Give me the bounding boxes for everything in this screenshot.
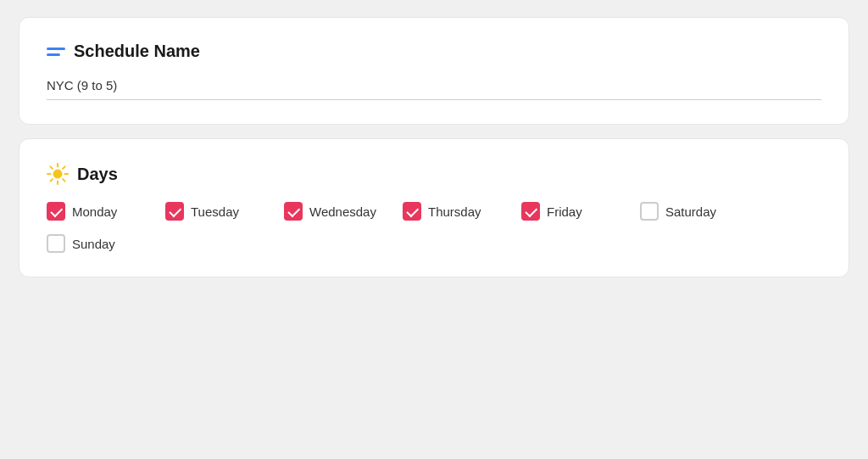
schedule-name-input[interactable]: [47, 78, 821, 100]
days-card: Days MondayTuesdayWednesdayThursdayFrida…: [19, 138, 849, 277]
schedule-title: Schedule Name: [74, 42, 200, 61]
day-item-monday[interactable]: Monday: [47, 202, 165, 221]
day-label-sunday: Sunday: [72, 237, 115, 251]
day-label-thursday: Thursday: [428, 204, 481, 219]
checkbox-monday[interactable]: [47, 202, 65, 221]
day-label-saturday: Saturday: [665, 204, 716, 219]
checkbox-friday[interactable]: [521, 202, 540, 221]
svg-point-0: [53, 170, 62, 178]
schedule-icon: [47, 48, 65, 56]
days-title: Days: [77, 165, 118, 184]
svg-line-6: [63, 179, 65, 182]
day-item-tuesday[interactable]: Tuesday: [165, 202, 284, 221]
checkbox-wednesday[interactable]: [284, 202, 303, 221]
day-label-monday: Monday: [72, 204, 117, 219]
svg-line-8: [50, 179, 53, 182]
svg-line-7: [63, 166, 65, 169]
schedule-icon-line-2: [47, 53, 60, 56]
checkbox-sunday[interactable]: [47, 234, 65, 253]
schedule-icon-line-1: [47, 48, 65, 50]
days-header: Days: [47, 163, 821, 185]
day-item-saturday[interactable]: Saturday: [640, 202, 759, 221]
checkbox-saturday[interactable]: [640, 202, 659, 221]
days-grid: MondayTuesdayWednesdayThursdayFridaySatu…: [47, 202, 821, 253]
day-item-wednesday[interactable]: Wednesday: [284, 202, 403, 221]
svg-line-5: [50, 166, 53, 169]
day-item-thursday[interactable]: Thursday: [403, 202, 521, 221]
schedule-header: Schedule Name: [47, 42, 821, 61]
day-item-sunday[interactable]: Sunday: [47, 234, 165, 253]
checkbox-tuesday[interactable]: [165, 202, 184, 221]
day-item-friday[interactable]: Friday: [521, 202, 640, 221]
checkbox-thursday[interactable]: [403, 202, 421, 221]
sun-icon: [47, 163, 69, 185]
day-label-tuesday: Tuesday: [191, 204, 239, 219]
day-label-friday: Friday: [547, 204, 582, 219]
schedule-name-card: Schedule Name: [19, 17, 849, 125]
day-label-wednesday: Wednesday: [309, 204, 376, 219]
